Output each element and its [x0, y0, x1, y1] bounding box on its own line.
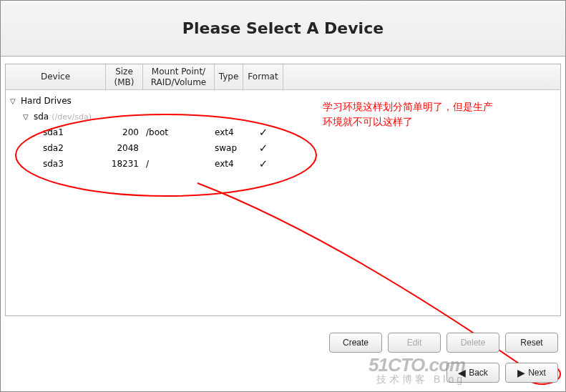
col-header-mount[interactable]: Mount Point/ RAID/Volume: [143, 64, 215, 89]
page-title: Please Select A Device: [182, 19, 384, 37]
tree-label-harddrives: Hard Drives: [21, 96, 72, 106]
next-label: Next: [528, 368, 546, 378]
edit-button[interactable]: Edit: [388, 333, 441, 353]
reset-button[interactable]: Reset: [505, 333, 558, 353]
col-header-format[interactable]: Format: [243, 64, 283, 89]
col-header-size[interactable]: Size (MB): [106, 64, 143, 89]
partition-size: 200: [106, 127, 143, 137]
partition-name: sda2: [43, 143, 64, 153]
nav-buttons: ◀ Back ▶ Next: [447, 363, 558, 383]
device-tree: ▽ Hard Drives ▽ sda (/dev/sda) sda1 200 …: [6, 90, 560, 175]
expander-icon[interactable]: ▽: [23, 113, 31, 121]
back-label: Back: [469, 368, 488, 378]
col-header-type[interactable]: Type: [215, 64, 243, 89]
partition-mount: /boot: [143, 127, 215, 137]
tree-row-harddrives[interactable]: ▽ Hard Drives: [6, 93, 560, 109]
tree-label-sda: sda: [34, 112, 49, 122]
table-row[interactable]: sda2 2048 swap ✓: [6, 140, 560, 156]
delete-button[interactable]: Delete: [447, 333, 499, 353]
tree-sub-sda: (/dev/sda): [52, 112, 92, 122]
table-header: Device Size (MB) Mount Point/ RAID/Volum…: [6, 64, 560, 90]
table-row[interactable]: sda1 200 /boot ext4 ✓: [6, 124, 560, 140]
partition-name: sda3: [43, 159, 64, 169]
partition-mount: /: [143, 159, 215, 169]
col-header-spacer: [283, 64, 560, 89]
arrow-left-icon: ◀: [458, 368, 466, 378]
checkmark-icon: ✓: [259, 157, 268, 170]
partition-type: swap: [215, 143, 243, 153]
col-header-device[interactable]: Device: [6, 64, 106, 89]
partition-type: ext4: [215, 159, 243, 169]
partition-size: 2048: [106, 143, 143, 153]
table-row[interactable]: sda3 18231 / ext4 ✓: [6, 156, 560, 172]
expander-icon[interactable]: ▽: [10, 97, 19, 105]
checkmark-icon: ✓: [259, 126, 268, 139]
next-button[interactable]: ▶ Next: [505, 363, 558, 383]
back-button[interactable]: ◀ Back: [447, 363, 499, 383]
checkmark-icon: ✓: [259, 142, 268, 155]
tree-row-sda[interactable]: ▽ sda (/dev/sda): [6, 109, 560, 124]
partition-size: 18231: [106, 159, 143, 169]
partition-table: Device Size (MB) Mount Point/ RAID/Volum…: [5, 64, 561, 316]
title-bar: Please Select A Device: [1, 1, 565, 57]
create-button[interactable]: Create: [329, 333, 382, 353]
partition-type: ext4: [215, 127, 243, 137]
partition-buttons: Create Edit Delete Reset: [329, 333, 558, 353]
arrow-right-icon: ▶: [517, 368, 525, 378]
partition-name: sda1: [43, 127, 64, 137]
